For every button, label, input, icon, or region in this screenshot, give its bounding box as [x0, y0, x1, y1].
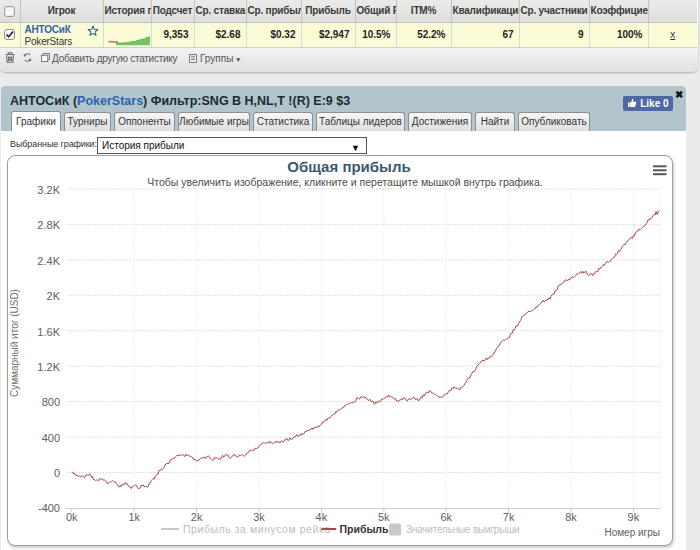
svg-text:4k: 4k: [316, 511, 328, 523]
svg-text:0k: 0k: [66, 511, 78, 523]
svg-text:8k: 8k: [565, 511, 577, 523]
svg-text:7k: 7k: [503, 511, 515, 523]
svg-text:400: 400: [42, 432, 60, 444]
svg-text:-400: -400: [38, 502, 60, 514]
svg-text:Значительные выигрыши: Значительные выигрыши: [406, 524, 519, 535]
svg-text:Прибыль: Прибыль: [340, 523, 390, 535]
svg-text:1.6K: 1.6K: [37, 326, 60, 338]
svg-text:9k: 9k: [628, 511, 640, 523]
svg-text:1k: 1k: [128, 511, 140, 523]
svg-text:2.4K: 2.4K: [37, 255, 60, 267]
svg-text:1.2K: 1.2K: [37, 361, 60, 373]
svg-text:Суммарный итог (USD): Суммарный итог (USD): [9, 289, 20, 397]
svg-text:2K: 2K: [47, 290, 61, 302]
svg-text:Общая прибыль: Общая прибыль: [287, 158, 410, 175]
svg-text:5k: 5k: [378, 511, 390, 523]
svg-text:2k: 2k: [191, 511, 203, 523]
svg-text:0: 0: [54, 467, 60, 479]
svg-text:Чтобы увеличить изображение, к: Чтобы увеличить изображение, кликните и …: [147, 176, 542, 188]
svg-text:2.8K: 2.8K: [37, 219, 60, 231]
svg-text:800: 800: [42, 396, 60, 408]
svg-text:3.2K: 3.2K: [37, 184, 60, 196]
svg-text:Номер игры: Номер игры: [604, 527, 660, 538]
svg-text:3k: 3k: [253, 511, 265, 523]
svg-text:6k: 6k: [440, 511, 452, 523]
svg-text:Прибыль за минусом рейка: Прибыль за минусом рейка: [183, 523, 331, 535]
